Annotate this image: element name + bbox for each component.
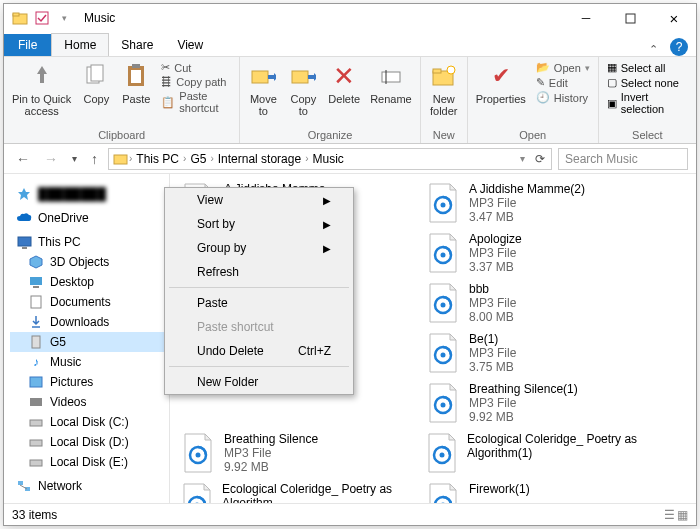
copy-path-button[interactable]: 🛤Copy path bbox=[161, 76, 231, 88]
svg-rect-23 bbox=[32, 336, 40, 348]
history-icon: 🕘 bbox=[536, 91, 550, 104]
svg-rect-16 bbox=[114, 155, 127, 164]
nav-onedrive[interactable]: OneDrive bbox=[10, 208, 169, 228]
scissors-icon: ✂ bbox=[161, 61, 170, 74]
nav-back-button[interactable]: ← bbox=[12, 151, 34, 167]
ctx-new-folder[interactable]: New Folder bbox=[165, 370, 353, 394]
nav-music[interactable]: ♪Music bbox=[10, 352, 169, 372]
search-input[interactable]: Search Music bbox=[558, 148, 688, 170]
file-item[interactable]: Breathing Silence(1)MP3 File9.92 MB bbox=[425, 382, 650, 424]
nav-this-pc[interactable]: This PC bbox=[10, 232, 169, 252]
select-all-icon: ▦ bbox=[607, 61, 617, 74]
nav-network[interactable]: Network bbox=[10, 476, 169, 496]
svg-rect-19 bbox=[30, 277, 42, 285]
invert-selection-button[interactable]: ▣Invert selection bbox=[607, 91, 688, 115]
file-item[interactable]: Breathing SilenceMP3 File9.92 MB bbox=[180, 432, 405, 474]
tab-view[interactable]: View bbox=[165, 34, 215, 56]
breadcrumb-item[interactable]: Music bbox=[308, 152, 347, 166]
breadcrumb-item[interactable]: Internal storage bbox=[214, 152, 305, 166]
close-button[interactable]: × bbox=[652, 4, 696, 32]
svg-rect-21 bbox=[31, 296, 41, 308]
delete-button[interactable]: ✕ Delete bbox=[328, 61, 360, 105]
move-to-button[interactable]: Move to bbox=[248, 61, 278, 117]
nav-pictures[interactable]: Pictures bbox=[10, 372, 169, 392]
drive-icon bbox=[28, 434, 44, 450]
edit-icon: ✎ bbox=[536, 76, 545, 89]
mp3-file-icon bbox=[425, 182, 461, 224]
tab-file[interactable]: File bbox=[4, 34, 51, 56]
nav-g5[interactable]: G5 bbox=[10, 332, 169, 352]
window-title: Music bbox=[84, 11, 115, 25]
nav-forward-button[interactable]: → bbox=[40, 151, 62, 167]
mp3-file-icon bbox=[180, 482, 214, 503]
svg-point-35 bbox=[196, 453, 201, 458]
nav-quick-access[interactable]: ████████ bbox=[10, 184, 169, 204]
desktop-icon bbox=[28, 274, 44, 290]
view-icons-icon[interactable]: ▦ bbox=[677, 508, 688, 522]
view-details-icon[interactable]: ☰ bbox=[664, 508, 675, 522]
ctx-sort-by[interactable]: Sort by▶ bbox=[165, 212, 353, 236]
cut-button[interactable]: ✂Cut bbox=[161, 61, 231, 74]
open-button[interactable]: 📂Open ▾ bbox=[536, 61, 590, 74]
breadcrumb-item[interactable]: G5 bbox=[186, 152, 210, 166]
path-dropdown-icon[interactable]: ▾ bbox=[516, 153, 529, 164]
refresh-icon[interactable]: ⟳ bbox=[529, 152, 551, 166]
qat-dropdown-icon[interactable]: ▾ bbox=[56, 10, 72, 26]
ctx-refresh[interactable]: Refresh bbox=[165, 260, 353, 284]
copy-to-button[interactable]: Copy to bbox=[288, 61, 318, 117]
tab-home[interactable]: Home bbox=[51, 33, 109, 56]
select-none-button[interactable]: ▢Select none bbox=[607, 76, 688, 89]
file-item[interactable]: ApologizeMP3 File3.37 MB bbox=[425, 232, 650, 274]
file-item[interactable]: A Jiddishe Mamme(2)MP3 File3.47 MB bbox=[425, 182, 650, 224]
properties-button[interactable]: ✔ Properties bbox=[476, 61, 526, 105]
file-item[interactable]: Firework(1) bbox=[425, 482, 650, 503]
tab-share[interactable]: Share bbox=[109, 34, 165, 56]
nav-desktop[interactable]: Desktop bbox=[10, 272, 169, 292]
nav-downloads[interactable]: Downloads bbox=[10, 312, 169, 332]
nav-local-disk-c[interactable]: Local Disk (C:) bbox=[10, 412, 169, 432]
file-item[interactable]: Be(1)MP3 File3.75 MB bbox=[425, 332, 650, 374]
paste-button[interactable]: Paste bbox=[121, 61, 151, 105]
ctx-view[interactable]: View▶ bbox=[165, 188, 353, 212]
nav-3d-objects[interactable]: 3D Objects bbox=[10, 252, 169, 272]
nav-recent-button[interactable]: ▾ bbox=[68, 153, 81, 164]
history-button[interactable]: 🕘History bbox=[536, 91, 590, 104]
device-icon bbox=[28, 334, 44, 350]
checkmark-icon: ✔ bbox=[492, 63, 510, 89]
maximize-button[interactable] bbox=[608, 4, 652, 32]
select-all-button[interactable]: ▦Select all bbox=[607, 61, 688, 74]
svg-point-15 bbox=[447, 66, 455, 74]
new-folder-button[interactable]: New folder bbox=[429, 61, 459, 117]
ctx-paste[interactable]: Paste bbox=[165, 291, 353, 315]
svg-rect-20 bbox=[33, 286, 39, 288]
minimize-button[interactable]: ─ bbox=[564, 4, 608, 32]
svg-rect-14 bbox=[433, 69, 441, 73]
ctx-group-by[interactable]: Group by▶ bbox=[165, 236, 353, 260]
edit-button[interactable]: ✎Edit bbox=[536, 76, 590, 89]
copy-button[interactable]: Copy bbox=[81, 61, 111, 105]
qat-properties-icon[interactable] bbox=[34, 10, 50, 26]
folder-icon bbox=[113, 151, 129, 167]
rename-button[interactable]: Rename bbox=[370, 61, 412, 105]
nav-local-disk-e[interactable]: Local Disk (E:) bbox=[10, 452, 169, 472]
mp3-file-icon bbox=[425, 332, 461, 374]
breadcrumb-bar[interactable]: › This PC› G5› Internal storage› Music ▾… bbox=[108, 148, 552, 170]
file-item[interactable]: Ecological Coleridge_ Poetry as Algorith… bbox=[425, 432, 650, 474]
collapse-ribbon-icon[interactable]: ⌃ bbox=[643, 43, 664, 56]
file-item[interactable]: Ecological Coleridge_ Poetry as Algorith… bbox=[180, 482, 405, 503]
paste-shortcut-button[interactable]: 📋Paste shortcut bbox=[161, 90, 231, 114]
nav-documents[interactable]: Documents bbox=[10, 292, 169, 312]
file-item[interactable]: bbbMP3 File8.00 MB bbox=[425, 282, 650, 324]
status-item-count: 33 items bbox=[12, 508, 57, 522]
ctx-undo-delete[interactable]: Undo DeleteCtrl+Z bbox=[165, 339, 353, 363]
mp3-file-icon bbox=[425, 432, 459, 474]
ribbon: Pin to Quick access Copy Paste ✂Cut 🛤Cop… bbox=[4, 56, 696, 144]
help-icon[interactable]: ? bbox=[670, 38, 688, 56]
nav-local-disk-d[interactable]: Local Disk (D:) bbox=[10, 432, 169, 452]
cube-icon bbox=[28, 254, 44, 270]
svg-rect-30 bbox=[25, 487, 30, 491]
nav-videos[interactable]: Videos bbox=[10, 392, 169, 412]
pin-quick-access-button[interactable]: Pin to Quick access bbox=[12, 61, 71, 117]
breadcrumb-item[interactable]: This PC bbox=[132, 152, 183, 166]
nav-up-button[interactable]: ↑ bbox=[87, 151, 102, 167]
